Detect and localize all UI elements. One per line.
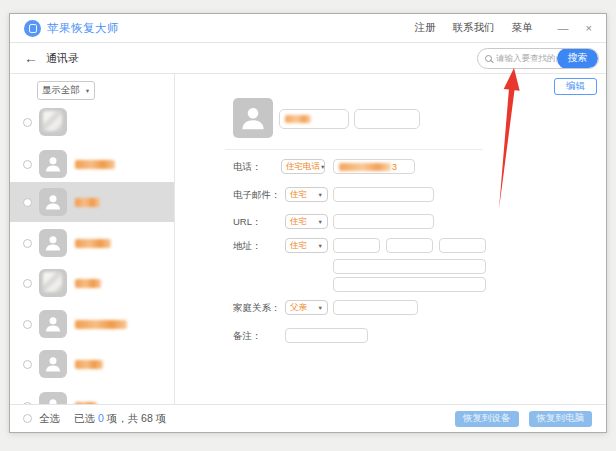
back-arrow-icon[interactable]: ← <box>24 51 38 65</box>
contact-row[interactable] <box>10 344 174 384</box>
contact-radio[interactable] <box>23 279 32 288</box>
contact-us-link[interactable]: 联系我们 <box>453 21 495 35</box>
address-label: 地址： <box>233 240 262 253</box>
contact-row[interactable] <box>10 182 174 222</box>
contact-detail-avatar <box>233 98 273 138</box>
contact-radio[interactable] <box>23 320 32 329</box>
contact-avatar <box>39 310 67 338</box>
address-field-2[interactable] <box>386 238 433 253</box>
register-link[interactable]: 注册 <box>415 21 436 35</box>
address-type-dropdown[interactable]: 住宅 ▼ <box>285 238 328 253</box>
contact-name-masked <box>75 320 127 329</box>
contact-avatar <box>39 150 67 178</box>
contact-row[interactable] <box>10 386 174 404</box>
edit-button[interactable]: 编辑 <box>554 78 597 95</box>
chevron-down-icon: ▼ <box>318 192 323 198</box>
phone-type-dropdown[interactable]: 住宅电话 ▼ <box>281 159 325 174</box>
page-title: 通讯录 <box>46 51 79 66</box>
contact-name-masked <box>75 198 100 207</box>
search-button[interactable]: 搜索 <box>557 48 598 69</box>
email-label: 电子邮件： <box>233 189 281 202</box>
toolbar: ← 通讯录 搜索 <box>10 43 606 74</box>
restore-to-device-button[interactable]: 恢复到设备 <box>455 411 519 427</box>
app-title: 苹果恢复大师 <box>47 21 119 36</box>
note-label: 备注： <box>233 330 262 343</box>
selected-count: 0 <box>98 412 104 424</box>
address-field-4[interactable] <box>333 259 486 274</box>
contact-avatar <box>39 188 67 216</box>
contact-avatar <box>39 392 67 404</box>
url-label: URL： <box>233 216 262 229</box>
family-type-dropdown[interactable]: 父亲 ▼ <box>285 300 328 315</box>
search-icon <box>485 55 492 62</box>
restore-to-pc-button[interactable]: 恢复到电脑 <box>529 411 593 427</box>
chevron-down-icon: ▼ <box>318 219 323 225</box>
address-field-3[interactable] <box>439 238 486 253</box>
email-type-dropdown[interactable]: 住宅 ▼ <box>285 187 328 202</box>
chevron-down-icon: ▼ <box>85 88 90 94</box>
minimize-icon[interactable]: — <box>558 23 569 34</box>
chevron-down-icon: ▼ <box>318 243 323 249</box>
title-bar: 苹果恢复大师 注册 联系我们 菜单 — × <box>10 14 606 43</box>
contact-name-masked <box>75 360 103 369</box>
contact-avatar <box>39 108 67 136</box>
masked-phone-blob <box>339 163 391 171</box>
url-type-dropdown[interactable]: 住宅 ▼ <box>285 214 328 229</box>
contact-row[interactable] <box>10 263 174 303</box>
app-window: 苹果恢复大师 注册 联系我们 菜单 — × ← 通讯录 搜索 显示全部 ▼ <box>9 13 607 433</box>
last-name-field[interactable] <box>354 109 420 129</box>
search-bar: 搜索 <box>477 48 599 69</box>
menu-link[interactable]: 菜单 <box>512 21 533 35</box>
contact-name-masked <box>75 160 115 169</box>
contact-row[interactable] <box>10 144 174 184</box>
contact-name-masked <box>75 279 101 288</box>
close-icon[interactable]: × <box>586 23 592 34</box>
masked-name-blob <box>285 115 311 123</box>
note-field[interactable] <box>285 328 368 343</box>
contact-radio[interactable] <box>23 402 32 405</box>
family-label: 家庭关系： <box>233 302 281 315</box>
phone-label: 电话： <box>233 161 262 174</box>
search-input[interactable] <box>496 53 557 63</box>
contact-name-masked <box>75 402 97 405</box>
filter-dropdown[interactable]: 显示全部 ▼ <box>37 81 95 100</box>
contact-sidebar: 显示全部 ▼ <box>10 74 175 404</box>
contact-row[interactable] <box>10 223 174 263</box>
phone-field-masked[interactable]: 3 <box>333 159 415 174</box>
contact-radio[interactable] <box>23 239 32 248</box>
contact-radio[interactable] <box>23 160 32 169</box>
address-field-1[interactable] <box>333 238 380 253</box>
section-divider <box>225 149 483 150</box>
contact-avatar <box>39 269 67 297</box>
app-logo-icon <box>24 20 41 37</box>
contact-row[interactable] <box>10 304 174 344</box>
select-all-radio[interactable] <box>23 414 32 423</box>
address-field-5[interactable] <box>333 277 486 292</box>
contact-row[interactable] <box>10 102 174 142</box>
contact-avatar <box>39 229 67 257</box>
selection-summary: 已选 0 项，共 68 项 <box>74 412 166 426</box>
contact-radio[interactable] <box>23 198 32 207</box>
first-name-field-masked[interactable] <box>279 109 349 129</box>
contact-radio[interactable] <box>23 360 32 369</box>
chevron-down-icon: ▼ <box>320 164 325 170</box>
filter-dropdown-value: 显示全部 <box>42 84 80 97</box>
contact-detail-panel: 编辑 电话： 住宅电话 ▼ 3 电子邮件： 住宅 ▼ <box>175 74 606 404</box>
contact-name-masked <box>75 239 111 248</box>
url-field[interactable] <box>333 214 434 229</box>
family-field[interactable] <box>333 300 418 315</box>
chevron-down-icon: ▼ <box>318 305 323 311</box>
email-field[interactable] <box>333 187 434 202</box>
select-all-label[interactable]: 全选 <box>39 412 60 426</box>
contact-radio[interactable] <box>23 118 32 127</box>
contact-avatar <box>39 350 67 378</box>
footer-bar: 全选 已选 0 项，共 68 项 恢复到设备 恢复到电脑 <box>10 404 606 432</box>
